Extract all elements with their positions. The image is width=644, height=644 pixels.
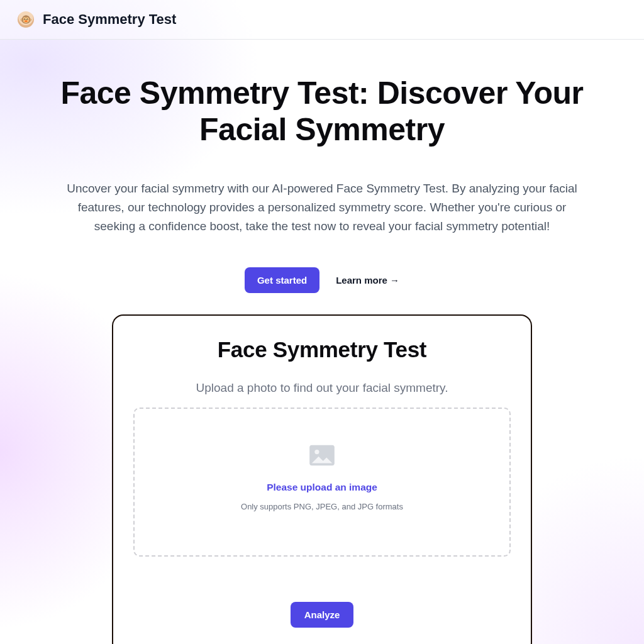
upload-card: Face Symmetry Test Upload a photo to fin… — [112, 314, 532, 644]
app-header: 🐵 Face Symmetry Test — [0, 0, 644, 40]
upload-prompt: Please upload an image — [147, 482, 497, 493]
brand-title: Face Symmetry Test — [43, 11, 176, 28]
image-dropzone[interactable]: Please upload an image Only supports PNG… — [133, 408, 511, 557]
learn-more-link[interactable]: Learn more → — [336, 275, 399, 286]
hero-title: Face Symmetry Test: Discover Your Facial… — [39, 75, 605, 148]
analyze-section: Analyze — [133, 602, 511, 628]
analyze-button[interactable]: Analyze — [291, 602, 354, 628]
card-subtitle: Upload a photo to find out your facial s… — [133, 381, 511, 395]
image-placeholder-icon — [308, 444, 336, 467]
svg-point-1 — [314, 450, 319, 454]
hero-section: Face Symmetry Test: Discover Your Facial… — [0, 40, 644, 293]
face-logo-icon: 🐵 — [18, 11, 34, 28]
upload-hint: Only supports PNG, JPEG, and JPG formats — [147, 502, 497, 511]
card-title: Face Symmetry Test — [133, 337, 511, 362]
hero-actions: Get started Learn more → — [25, 267, 619, 293]
hero-subtitle: Uncover your facial symmetry with our AI… — [58, 179, 586, 236]
get-started-button[interactable]: Get started — [245, 267, 319, 293]
